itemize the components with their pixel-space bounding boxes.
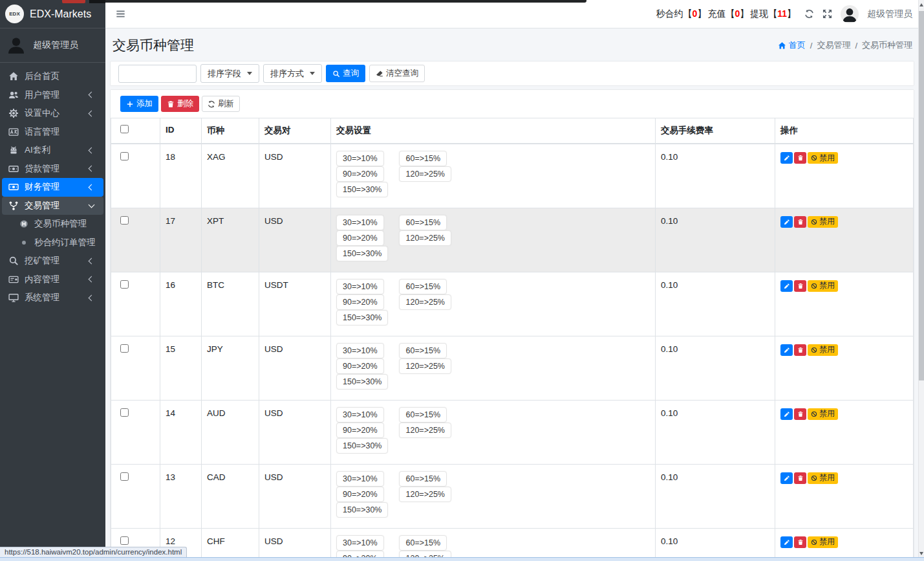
sidebar-item-system[interactable]: 系统管理	[2, 289, 103, 307]
sidebar-item-trade-currency[interactable]: 交易币种管理	[2, 215, 103, 234]
row-delete-button[interactable]	[794, 216, 806, 228]
edit-button[interactable]	[780, 408, 793, 420]
row-checkbox[interactable]	[120, 216, 129, 225]
setting-pill: 90=>20%	[336, 487, 384, 502]
window-artifact	[105, 0, 586, 3]
scrollbar-thumb[interactable]	[919, 11, 924, 380]
user-avatar[interactable]	[841, 5, 859, 23]
fullscreen-icon[interactable]	[822, 9, 832, 19]
brand[interactable]: EDX EDX-Markets	[0, 0, 105, 28]
edit-button[interactable]	[780, 216, 793, 228]
row-checkbox[interactable]	[120, 344, 129, 353]
delete-button[interactable]: 删除	[161, 96, 199, 112]
sort-order-select[interactable]: 排序方式	[263, 64, 322, 83]
sidebar-user-panel[interactable]: 超级管理员	[0, 28, 105, 63]
navbar-right: 秒合约【0】充值【0】提现【11】 超级管理员	[655, 5, 912, 23]
edit-button[interactable]	[780, 536, 793, 548]
disable-button[interactable]: 禁用	[808, 344, 838, 356]
edit-button[interactable]	[780, 280, 793, 292]
search-icon	[8, 256, 19, 266]
window-artifact	[89, 0, 105, 3]
stat-value: 0	[735, 8, 740, 19]
scroll-up-icon[interactable]	[919, 3, 923, 6]
add-button[interactable]: 添加	[120, 96, 158, 112]
search-bar: 排序字段 排序方式 查询 清空查询	[111, 61, 914, 85]
refresh-button[interactable]: 刷新	[202, 96, 240, 112]
chevron-left-icon	[89, 294, 95, 301]
row-actions: 禁用	[780, 152, 908, 164]
breadcrumb-item[interactable]: 交易管理	[817, 39, 850, 51]
disable-button[interactable]: 禁用	[808, 472, 838, 484]
hamburger-icon[interactable]	[115, 8, 126, 19]
table-row: 18XAGUSD30=>10%60=>15%90=>20%120=>25%150…	[111, 144, 914, 208]
disable-button[interactable]: 禁用	[808, 216, 838, 228]
sort-field-label: 排序字段	[208, 68, 241, 80]
stat-item[interactable]: 提现【11】	[750, 8, 796, 19]
browser-scrollbar[interactable]	[918, 0, 924, 561]
row-delete-button[interactable]	[794, 280, 806, 292]
stat-item[interactable]: 充值【0】	[707, 8, 749, 19]
sidebar-item-label: AI套利	[25, 144, 50, 156]
edit-button[interactable]	[780, 152, 793, 164]
disable-button[interactable]: 禁用	[808, 536, 838, 548]
stat-item[interactable]: 秒合约【0】	[656, 8, 707, 19]
refresh-icon[interactable]	[804, 9, 814, 19]
row-checkbox[interactable]	[120, 280, 129, 289]
row-delete-button[interactable]	[794, 408, 806, 420]
sidebar-item-label: 交易管理	[25, 200, 59, 212]
clear-query-button[interactable]: 清空查询	[369, 65, 425, 82]
setting-pill: 60=>15%	[399, 151, 447, 166]
select-all-checkbox[interactable]	[120, 125, 129, 133]
sidebar-item-settings[interactable]: 设置中心	[2, 104, 103, 123]
sidebar-item-mining[interactable]: 挖矿管理	[2, 252, 103, 270]
disable-button[interactable]: 禁用	[808, 408, 838, 420]
sidebar-item-ai-arbitrage[interactable]: AI套利	[2, 141, 103, 160]
header-pair: 交易对	[259, 118, 331, 144]
row-checkbox[interactable]	[120, 408, 129, 417]
row-actions: 禁用	[780, 408, 908, 420]
stat-value: 11	[777, 8, 787, 19]
sort-field-select[interactable]: 排序字段	[200, 64, 259, 83]
edit-button[interactable]	[780, 472, 793, 484]
ban-icon	[811, 539, 817, 545]
sidebar-item-trade[interactable]: 交易管理	[2, 197, 103, 215]
ban-icon	[811, 411, 817, 417]
sidebar-item-content[interactable]: 内容管理	[2, 270, 103, 289]
sidebar-item-finance[interactable]: 财务管理	[2, 178, 103, 197]
row-delete-button[interactable]	[794, 152, 806, 164]
sidebar-item-language[interactable]: 语言管理	[2, 123, 103, 142]
sidebar-item-seconds-orders[interactable]: 秒合约订单管理	[2, 234, 103, 252]
row-delete-button[interactable]	[794, 472, 806, 484]
sidebar-item-users[interactable]: 用户管理	[2, 86, 103, 105]
edit-button[interactable]	[780, 344, 793, 356]
sidebar-item-label: 贷款管理	[25, 163, 59, 175]
trade-settings: 30=>10%60=>15%90=>20%120=>25%150=>30%	[336, 343, 650, 390]
setting-pill: 90=>20%	[336, 423, 384, 438]
row-delete-button[interactable]	[794, 344, 806, 356]
breadcrumb-separator: /	[855, 41, 857, 50]
plus-icon	[126, 100, 134, 108]
disable-button[interactable]: 禁用	[808, 152, 838, 164]
query-button[interactable]: 查询	[326, 65, 365, 82]
setting-pill: 150=>30%	[336, 182, 388, 197]
cell-fee: 0.10	[656, 528, 775, 561]
disable-button[interactable]: 禁用	[808, 280, 838, 292]
row-checkbox[interactable]	[120, 472, 129, 481]
row-delete-button[interactable]	[794, 536, 806, 548]
row-checkbox[interactable]	[120, 536, 129, 545]
search-input[interactable]	[118, 65, 197, 83]
row-checkbox[interactable]	[120, 152, 129, 160]
trash-icon	[797, 411, 804, 417]
sidebar-item-loans[interactable]: 贷款管理	[2, 160, 103, 179]
sidebar-item-home[interactable]: 后台首页	[2, 67, 103, 86]
row-actions: 禁用	[780, 344, 908, 356]
gears-icon	[8, 108, 19, 118]
ban-icon	[811, 475, 817, 481]
chevron-left-icon	[89, 110, 95, 116]
navbar-user-name[interactable]: 超级管理员	[867, 8, 912, 20]
setting-pill: 150=>30%	[336, 246, 388, 261]
caret-down-icon	[247, 72, 252, 75]
scroll-down-icon[interactable]	[919, 552, 923, 555]
trash-icon	[797, 283, 804, 289]
breadcrumb-home[interactable]: 首页	[778, 39, 806, 51]
